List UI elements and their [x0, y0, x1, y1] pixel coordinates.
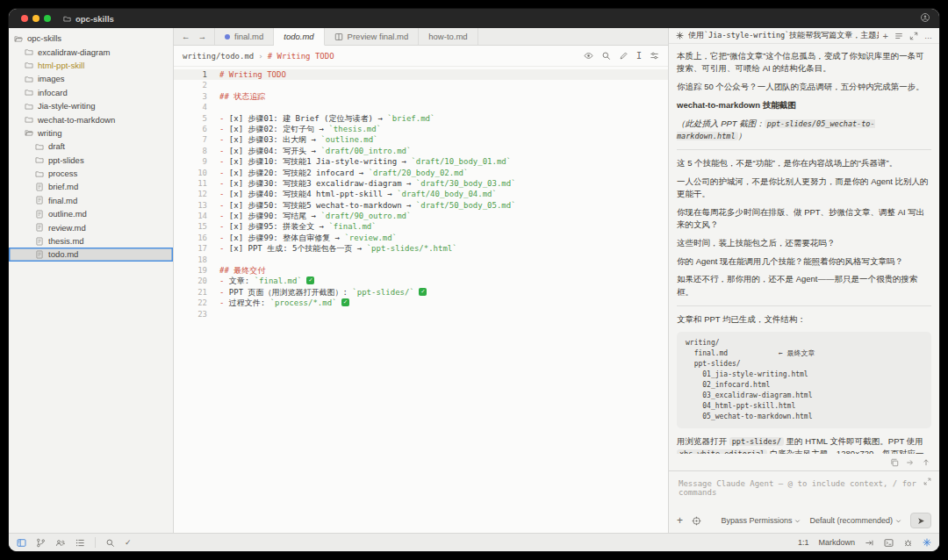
tab-preview-final-md[interactable]: Preview final.md — [325, 28, 420, 45]
inline-code: xhs-white-editorial — [677, 449, 767, 454]
add-context-icon[interactable]: + — [677, 514, 683, 527]
sidebar-item-brief-md[interactable]: brief.md — [9, 180, 173, 193]
sidebar-item-writing[interactable]: writing — [9, 126, 173, 140]
editor-line[interactable]: 2 — [174, 80, 668, 90]
editor-line[interactable]: 17- [x] PPT 生成: 5个技能包各一页 → `ppt-slides/*… — [174, 243, 668, 254]
sidebar-item-thesis-md[interactable]: thesis.md — [9, 234, 173, 248]
agent-response: 本质上，它把“微信文章”这个信息孤岛，变成了你知识库里的一条可搜索、可引用、可喂… — [669, 44, 939, 454]
sidebar-item-opc-skills[interactable]: opc-skills — [9, 32, 173, 45]
settings-icon[interactable] — [692, 516, 701, 526]
breadcrumb-symbol[interactable]: # Writing TODO — [268, 52, 334, 61]
model-dropdown[interactable]: Default (recommended) — [809, 516, 901, 525]
agent-thread-header[interactable]: 使用`Jia-style-writing`技能帮我写篇文章，主题是“一人公司 +… — [669, 28, 939, 44]
diagnostics-check-icon[interactable]: ✓ — [125, 538, 132, 547]
search-icon[interactable] — [105, 538, 115, 548]
sidebar-item-images[interactable]: images — [9, 72, 173, 85]
agent-message-input[interactable] — [677, 477, 931, 506]
editor-line[interactable]: 8- [x] 步骤04: 写开头 → `draft/00_intro.md` — [174, 146, 668, 156]
git-branch-icon[interactable] — [36, 538, 46, 548]
scroll-to-top-icon[interactable] — [922, 458, 930, 467]
sidebar-item-todo-md[interactable]: todo.md — [9, 248, 173, 261]
editor-line[interactable]: 19## 最终交付 — [174, 265, 668, 276]
editor-buffer[interactable]: 1# Writing TODO23## 状态追踪45- [x] 步骤01: 建 … — [174, 67, 668, 533]
sidebar-item-final-md[interactable]: final.md — [9, 194, 173, 207]
collab-icon[interactable] — [55, 538, 66, 548]
close-window-button[interactable] — [21, 15, 28, 22]
token-code: `draft/50_body_05.md` — [416, 201, 516, 210]
editor-line[interactable]: 21- PPT 页面（用浏览器打开截图）: `ppt-slides/` ✓ — [174, 287, 668, 298]
language-selector[interactable]: Markdown — [818, 538, 855, 547]
project-panel-toggle-icon[interactable] — [17, 538, 26, 548]
project-title[interactable]: opc-skills — [63, 14, 114, 24]
sidebar-item-html-ppt-skill[interactable]: html-ppt-skill — [9, 59, 173, 72]
editor-line[interactable]: 20- 文章: `final.md` ✓ — [174, 276, 668, 286]
expand-input-icon[interactable] — [923, 477, 931, 485]
more-options-icon[interactable]: … — [924, 32, 932, 40]
line-ending-icon[interactable] — [865, 538, 874, 548]
response-paragraph: 你现在每周花多少时间在排版、做 PPT、抄微信文章、调整 AI 写出来的文风？ — [677, 206, 931, 232]
permissions-dropdown[interactable]: Bypass Permissions — [721, 516, 801, 525]
editor-line[interactable]: 6- [x] 步骤02: 定钉子句 → `thesis.md` — [174, 124, 668, 134]
token-text: 过程文件: — [229, 298, 270, 307]
text-cursor-icon[interactable]: I — [636, 51, 642, 61]
editor-line[interactable]: 16- [x] 步骤99: 整体自审修复 → `review.md` — [174, 233, 668, 243]
editor-line[interactable]: 12- [x] 步骤40: 写技能4 html-ppt-skill → `dra… — [174, 189, 668, 199]
sidebar-item-review-md[interactable]: review.md — [9, 220, 173, 233]
preview-toggle-icon[interactable] — [584, 51, 593, 61]
editor-line[interactable]: 18 — [174, 255, 668, 265]
editor-line[interactable]: 1# Writing TODO — [174, 69, 668, 80]
cursor-position[interactable]: 1:1 — [798, 538, 809, 547]
tab-todo-md[interactable]: todo.md — [274, 28, 324, 46]
editor-line[interactable]: 10- [x] 步骤20: 写技能2 infocard → `draft/20_… — [174, 168, 668, 178]
editor-controls-icon[interactable] — [650, 51, 659, 61]
sidebar-item-jia-style-writing[interactable]: Jia-style-writing — [9, 99, 173, 112]
line-content: - [x] 步骤90: 写结尾 → `draft/90_outro.md` — [207, 211, 411, 221]
agent-panel-toggle-icon[interactable] — [923, 538, 931, 547]
editor-line[interactable]: 13- [x] 步骤50: 写技能5 wechat-to-markdown → … — [174, 200, 668, 211]
sidebar-item-excalidraw-diagram[interactable]: excalidraw-diagram — [9, 45, 173, 58]
editor-line[interactable]: 5- [x] 步骤01: 建 Brief (定位与读者) → `brief.md… — [174, 113, 668, 124]
editor-line[interactable]: 22- 过程文件: `process/*.md` ✓ — [174, 298, 668, 308]
editor-line[interactable]: 14- [x] 步骤90: 写结尾 → `draft/90_outro.md` — [174, 211, 668, 221]
tab-how-to-md[interactable]: how-to.md — [419, 28, 478, 45]
token-text: [x] 步骤30: 写技能3 excalidraw-diagram → — [229, 179, 416, 188]
minimize-window-button[interactable] — [32, 15, 40, 22]
agent-message-editor[interactable]: + Bypass Permissions Default (recommende… — [669, 470, 939, 533]
copy-icon[interactable] — [890, 458, 899, 467]
sidebar-item-draft[interactable]: draft — [9, 140, 173, 153]
breadcrumb[interactable]: writing/todo.md › # Writing TODO I — [174, 46, 668, 67]
thread-history-icon[interactable] — [894, 32, 903, 40]
debug-icon[interactable] — [903, 538, 913, 548]
editor-line[interactable]: 4 — [174, 102, 668, 112]
token-text: [x] 步骤99: 整体自审修复 → — [229, 233, 345, 242]
inline-assist-icon[interactable] — [619, 51, 628, 61]
editor-line[interactable]: 9- [x] 步骤10: 写技能1 Jia-style-writing → `d… — [174, 156, 668, 167]
editor-line[interactable]: 23 — [174, 309, 668, 319]
outline-icon[interactable] — [75, 538, 85, 548]
expand-panel-icon[interactable] — [909, 32, 918, 40]
project-panel[interactable]: opc-skillsexcalidraw-diagramhtml-ppt-ski… — [9, 28, 174, 533]
send-button[interactable] — [910, 513, 931, 528]
sidebar-item-process[interactable]: process — [9, 167, 173, 180]
editor-line[interactable]: 15- [x] 步骤95: 拼装全文 → `final.md` — [174, 221, 668, 232]
sidebar-item-ppt-slides[interactable]: ppt-slides — [9, 154, 173, 167]
tab-final-md[interactable]: final.md — [215, 28, 274, 45]
zoom-window-button[interactable] — [44, 15, 51, 22]
terminal-panel-icon[interactable] — [884, 538, 894, 548]
sidebar-item-outline-md[interactable]: outline.md — [9, 207, 173, 220]
account-icon[interactable] — [920, 12, 930, 23]
sidebar-item-label: outline.md — [48, 209, 87, 219]
nav-back-icon[interactable]: ← — [182, 32, 190, 41]
breadcrumb-separator: › — [258, 52, 262, 61]
sidebar-item-wechat-to-markdown[interactable]: wechat-to-markdown — [9, 112, 173, 126]
line-content: - [x] 步骤30: 写技能3 excalidraw-diagram → `d… — [207, 178, 516, 189]
editor-line[interactable]: 11- [x] 步骤30: 写技能3 excalidraw-diagram → … — [174, 178, 668, 189]
new-thread-icon[interactable]: + — [883, 31, 888, 41]
editor-line[interactable]: 3## 状态追踪 — [174, 91, 668, 102]
buffer-search-icon[interactable] — [601, 51, 611, 61]
breadcrumb-path[interactable]: writing/todo.md — [183, 52, 254, 61]
retry-icon[interactable] — [906, 458, 915, 467]
nav-forward-icon[interactable]: → — [198, 32, 207, 41]
editor-line[interactable]: 7- [x] 步骤03: 出大纲 → `outline.md` — [174, 134, 668, 145]
sidebar-item-infocard[interactable]: infocard — [9, 86, 173, 99]
